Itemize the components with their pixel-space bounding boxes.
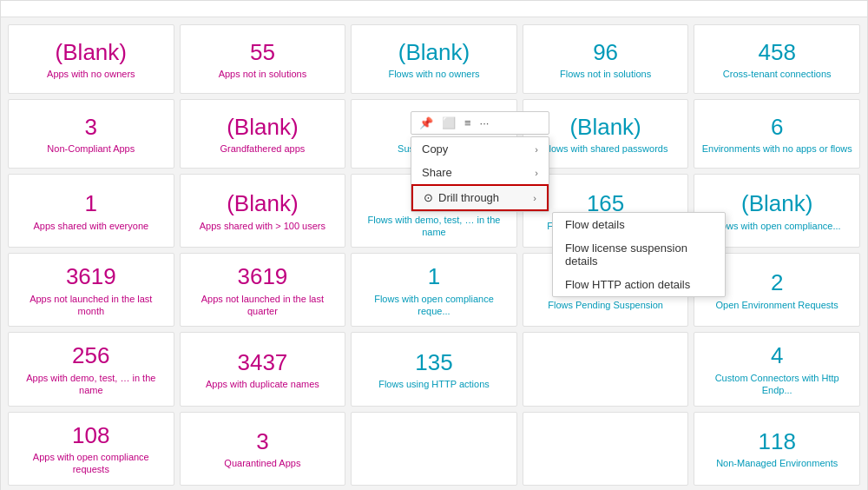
pin-icon[interactable]: 📌: [417, 115, 436, 131]
context-menu-item-0[interactable]: Copy ›: [411, 137, 549, 161]
tile-5[interactable]: 3 Non-Compliant Apps: [8, 99, 174, 169]
tile-25[interactable]: 108 Apps with open compliance requests: [8, 412, 174, 486]
tile-4[interactable]: 458 Cross-tenant connections: [694, 24, 860, 94]
tile-label-16: Apps not launched in the last quarter: [187, 293, 339, 318]
tile-label-10: Apps shared with everyone: [33, 220, 148, 232]
tile-label-9: Environments with no apps or flows: [702, 142, 852, 155]
tile-number-2: (Blank): [398, 40, 470, 65]
tile-label-4: Cross-tenant connections: [723, 68, 832, 80]
tile-label-18: Flows Pending Suspension: [548, 299, 663, 311]
tile-28[interactable]: [523, 412, 689, 486]
tile-number-4: 458: [759, 40, 796, 65]
menu-arrow-2: ›: [533, 193, 536, 203]
tile-1[interactable]: 55 Apps not in solutions: [180, 24, 346, 94]
page-header: [1, 1, 867, 17]
tile-label-25: Apps with open compliance requests: [16, 451, 167, 476]
format-icon[interactable]: ≡: [462, 115, 474, 131]
tile-17[interactable]: 1 Flows with open compliance reque...: [351, 253, 517, 327]
tile-15[interactable]: 3619 Apps not launched in the last month: [8, 253, 174, 327]
tile-number-3: 96: [593, 40, 618, 65]
tile-22[interactable]: 135 Flows using HTTP actions: [351, 332, 517, 406]
tile-number-24: 4: [771, 343, 783, 368]
drill-icon: ⊙: [424, 191, 433, 204]
tile-label-2: Flows with no owners: [388, 68, 479, 80]
menu-arrow-1: ›: [535, 168, 538, 178]
tile-number-17: 1: [428, 264, 440, 289]
tile-21[interactable]: 3437 Apps with duplicate names: [180, 332, 346, 406]
copy-icon[interactable]: ⬜: [439, 115, 458, 131]
tile-label-8: Flows with shared passwords: [543, 142, 668, 155]
submenu-item-2[interactable]: Flow HTTP action details: [553, 273, 725, 296]
context-menu-item-2[interactable]: ⊙Drill through › Flow detailsFlow licens…: [411, 184, 549, 211]
page-wrapper: (Blank) Apps with no owners 55 Apps not …: [0, 0, 868, 490]
tile-number-16: 3619: [237, 264, 287, 289]
tile-label-15: Apps not launched in the last month: [16, 293, 167, 318]
tile-label-3: Flows not in solutions: [560, 68, 651, 80]
tile-29[interactable]: 118 Non-Managed Environments: [694, 412, 860, 486]
tile-label-12: Flows with demo, test, … in the name: [358, 214, 510, 239]
tile-10[interactable]: 1 Apps shared with everyone: [8, 174, 174, 248]
tile-label-19: Open Environment Requests: [716, 299, 838, 311]
tile-label-29: Non-Managed Environments: [716, 457, 838, 469]
tile-label-1: Apps not in solutions: [219, 68, 307, 80]
tile-number-6: (Blank): [227, 115, 298, 140]
tile-number-19: 2: [771, 270, 783, 295]
tile-16[interactable]: 3619 Apps not launched in the last quart…: [180, 253, 346, 327]
tile-label-17: Flows with open compliance reque...: [358, 293, 510, 318]
tile-number-26: 3: [256, 429, 268, 454]
tile-number-0: (Blank): [56, 40, 127, 65]
context-toolbar: 📌 ⬜ ≡ ···: [411, 111, 549, 135]
context-menu-area: 📌 ⬜ ≡ ··· Copy › Share › ⊙Drill through …: [411, 111, 549, 212]
tile-6[interactable]: (Blank) Grandfathered apps: [180, 99, 346, 169]
tile-label-0: Apps with no owners: [47, 68, 135, 80]
tile-number-20: 256: [72, 343, 109, 368]
tile-23[interactable]: [523, 332, 689, 406]
tile-number-15: 3619: [66, 264, 116, 289]
drill-through-submenu: Flow detailsFlow license suspension deta…: [552, 212, 726, 297]
menu-item-label-1: Share: [422, 166, 452, 179]
tile-0[interactable]: (Blank) Apps with no owners: [8, 24, 174, 94]
tile-number-10: 1: [85, 191, 97, 216]
tile-label-5: Non-Compliant Apps: [47, 142, 135, 155]
tile-label-21: Apps with duplicate names: [206, 378, 319, 390]
tile-24[interactable]: 4 Custom Connectors with Http Endp...: [694, 332, 860, 406]
submenu-item-0[interactable]: Flow details: [553, 213, 725, 236]
context-menu-item-1[interactable]: Share ›: [411, 161, 549, 184]
tile-27[interactable]: [351, 412, 517, 486]
context-menu: Copy › Share › ⊙Drill through › Flow det…: [411, 136, 549, 212]
tile-label-6: Grandfathered apps: [220, 142, 305, 155]
tile-2[interactable]: (Blank) Flows with no owners: [351, 24, 517, 94]
more-icon[interactable]: ···: [477, 115, 492, 131]
tile-label-20: Apps with demo, test, … in the name: [16, 372, 167, 397]
tile-number-25: 108: [72, 423, 109, 448]
grid-container: (Blank) Apps with no owners 55 Apps not …: [1, 17, 867, 490]
tile-label-14: Flows with open compliance...: [713, 220, 841, 232]
tile-number-5: 3: [85, 115, 97, 140]
tile-label-11: Apps shared with > 100 users: [200, 220, 326, 232]
tile-number-8: (Blank): [569, 115, 641, 140]
menu-item-label-2: ⊙Drill through: [424, 191, 499, 204]
menu-arrow-0: ›: [535, 144, 538, 155]
tile-number-1: 55: [250, 40, 275, 65]
tile-number-14: (Blank): [741, 191, 812, 216]
tile-number-22: 135: [415, 350, 452, 375]
menu-item-label-0: Copy: [422, 142, 448, 156]
tile-9[interactable]: 6 Environments with no apps or flows: [694, 99, 860, 169]
tile-number-21: 3437: [237, 350, 287, 375]
tile-label-24: Custom Connectors with Http Endp...: [701, 372, 852, 397]
tile-label-26: Quarantined Apps: [224, 457, 300, 469]
submenu-item-1[interactable]: Flow license suspension details: [553, 236, 725, 273]
tile-label-22: Flows using HTTP actions: [378, 378, 490, 390]
tile-number-9: 6: [771, 115, 783, 140]
tile-11[interactable]: (Blank) Apps shared with > 100 users: [180, 174, 346, 248]
tile-number-11: (Blank): [227, 191, 298, 216]
tile-20[interactable]: 256 Apps with demo, test, … in the name: [8, 332, 174, 406]
tile-26[interactable]: 3 Quarantined Apps: [180, 412, 346, 486]
tile-number-29: 118: [759, 429, 796, 454]
tile-3[interactable]: 96 Flows not in solutions: [523, 24, 689, 94]
